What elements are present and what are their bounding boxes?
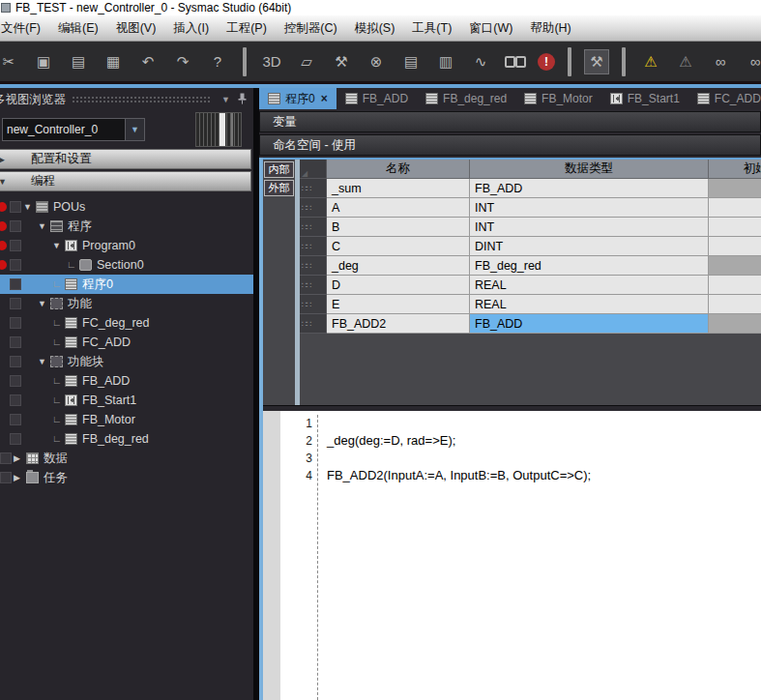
controller-select-arrow-icon[interactable]: ▼ bbox=[125, 119, 144, 140]
paste-icon[interactable]: ▤ bbox=[66, 49, 91, 74]
variable-name-cell[interactable]: D bbox=[327, 276, 470, 295]
menu-item-p[interactable]: 工程(P) bbox=[218, 16, 276, 41]
init-column-header[interactable]: 初始值 bbox=[709, 160, 761, 179]
menu-item-i[interactable]: 插入(I) bbox=[164, 16, 218, 41]
tab-FB_Motor[interactable]: FB_Motor bbox=[515, 88, 601, 109]
controller-select[interactable]: new_Controller_0 ▼ bbox=[2, 118, 145, 141]
abort-icon[interactable]: ! bbox=[538, 53, 555, 71]
check-program-icon[interactable]: ▤ bbox=[398, 49, 424, 74]
variable-name-cell[interactable]: B bbox=[327, 218, 470, 237]
variable-type-cell[interactable]: DINT bbox=[470, 237, 709, 256]
menu-item-e[interactable]: 编辑(E) bbox=[49, 16, 107, 41]
expand-open-icon[interactable]: ▼ bbox=[38, 352, 50, 371]
check-waveform-icon[interactable]: ∿ bbox=[468, 49, 493, 74]
variable-name-cell[interactable]: A bbox=[327, 198, 470, 218]
row-handle[interactable]: ∷∷ bbox=[300, 314, 327, 334]
delete-icon[interactable]: ▦ bbox=[101, 49, 126, 74]
row-handle[interactable]: ∷∷ bbox=[300, 295, 327, 314]
check-table-icon[interactable]: ▥ bbox=[433, 49, 458, 74]
tree-item-数据[interactable]: ▶数据 bbox=[0, 449, 253, 468]
menu-item-h[interactable]: 帮助(H) bbox=[521, 16, 579, 41]
row-handle[interactable]: ∷∷ bbox=[300, 218, 327, 237]
name-column-header[interactable]: 名称 bbox=[327, 160, 470, 179]
expand-open-icon[interactable]: ▼ bbox=[38, 217, 50, 236]
variable-init-cell[interactable] bbox=[709, 314, 761, 334]
type-column-header[interactable]: 数据类型 bbox=[470, 160, 709, 179]
row-handle[interactable]: ∷∷ bbox=[300, 179, 327, 198]
menu-item-w[interactable]: 窗口(W) bbox=[460, 16, 521, 41]
code-line[interactable] bbox=[327, 415, 761, 432]
variable-init-cell[interactable] bbox=[709, 237, 761, 256]
expand-open-icon[interactable]: ▼ bbox=[52, 236, 65, 255]
menu-item-v[interactable]: 视图(V) bbox=[107, 16, 165, 41]
tree-item-功能块[interactable]: ▼功能块 bbox=[0, 352, 253, 371]
variable-name-cell[interactable]: C bbox=[327, 237, 470, 256]
warning-disabled-icon[interactable]: ⚠ bbox=[673, 49, 698, 74]
variable-name-cell[interactable]: _deg bbox=[327, 256, 470, 276]
menu-item-t[interactable]: 工具(T) bbox=[403, 16, 460, 41]
menu-item-c[interactable]: 控制器(C) bbox=[276, 16, 346, 41]
tree-item-FC_deg_red[interactable]: ∟FC_deg_red bbox=[0, 313, 253, 333]
panel-menu-icon[interactable]: ▼ bbox=[221, 95, 230, 104]
variable-type-cell[interactable]: FB_deg_red bbox=[470, 256, 709, 276]
tree-item-FB_Start1[interactable]: ∟FB_Start1 bbox=[0, 391, 253, 410]
row-handle[interactable]: ∷∷ bbox=[300, 256, 327, 276]
row-handle[interactable]: ∷∷ bbox=[300, 198, 327, 218]
expand-open-icon[interactable]: ▼ bbox=[23, 197, 36, 217]
variable-name-cell[interactable]: E bbox=[327, 295, 470, 314]
tree-item-FB_ADD[interactable]: ∟FB_ADD bbox=[0, 371, 253, 391]
tree-item-FB_deg_red[interactable]: ∟FB_deg_red bbox=[0, 429, 253, 449]
variable-type-cell[interactable]: FB_ADD bbox=[470, 179, 709, 198]
tree-item-FB_Motor[interactable]: ∟FB_Motor bbox=[0, 410, 253, 429]
st-code-editor[interactable]: 1234 _deg(deg:=D, rad=>E);FB_ADD2(InputA… bbox=[263, 411, 761, 700]
expand-closed-icon[interactable]: ▶ bbox=[14, 468, 26, 487]
tree-item-任务[interactable]: ▶任务 bbox=[0, 468, 253, 487]
row-handle[interactable]: ∷∷ bbox=[300, 276, 327, 295]
tab-程序0[interactable]: 程序0× bbox=[259, 88, 337, 109]
3d-view-icon[interactable]: 3D bbox=[259, 49, 284, 74]
tree-item-功能[interactable]: ▼功能 bbox=[0, 294, 253, 313]
search-icon[interactable] bbox=[503, 49, 528, 74]
tree-item-Program0[interactable]: ▼Program0 bbox=[0, 236, 253, 255]
expand-open-icon[interactable]: ▼ bbox=[38, 294, 50, 313]
menu-item-s[interactable]: 模拟(S) bbox=[346, 16, 404, 41]
undo-icon[interactable]: ↶ bbox=[135, 49, 161, 74]
variable-type-cell[interactable]: REAL bbox=[470, 276, 709, 295]
rebuild-icon[interactable]: ⊗ bbox=[364, 49, 389, 74]
variable-name-cell[interactable]: FB_ADD2 bbox=[327, 314, 470, 334]
variable-init-cell[interactable] bbox=[709, 198, 761, 218]
tab-FB_deg_red[interactable]: FB_deg_red bbox=[417, 88, 515, 109]
variable-init-cell[interactable] bbox=[709, 295, 761, 314]
variable-type-cell[interactable]: FB_ADD bbox=[470, 314, 709, 334]
code-line[interactable]: FB_ADD2(InputA:=A, InputB:=B, OutputC=>C… bbox=[327, 467, 761, 484]
cut-icon[interactable]: ✂ bbox=[0, 49, 21, 74]
tree-item-FC_ADD[interactable]: ∟FC_ADD bbox=[0, 333, 253, 352]
scope-tab-内部[interactable]: 内部 bbox=[264, 161, 294, 178]
variables-bar[interactable]: 变量 bbox=[259, 111, 761, 132]
variable-type-cell[interactable]: REAL bbox=[470, 295, 709, 314]
code-line[interactable] bbox=[327, 450, 761, 467]
code-lines[interactable]: _deg(deg:=D, rad=>E);FB_ADD2(InputA:=A, … bbox=[317, 415, 761, 700]
tree-item-程序[interactable]: ▼程序 bbox=[0, 217, 253, 236]
variable-init-cell[interactable] bbox=[709, 256, 761, 276]
variable-name-cell[interactable]: _sum bbox=[327, 179, 470, 198]
warning-enabled-icon[interactable]: ⚠ bbox=[638, 49, 663, 74]
row-handle[interactable]: ∷∷ bbox=[300, 237, 327, 256]
tree-item-POUs[interactable]: ▼POUs bbox=[0, 197, 253, 217]
variable-type-cell[interactable]: INT bbox=[470, 218, 709, 237]
tab-close-icon[interactable]: × bbox=[321, 92, 328, 105]
tree-item-Section0[interactable]: ∟Section0 bbox=[0, 255, 253, 275]
tab-FB_ADD[interactable]: FB_ADD bbox=[337, 88, 417, 109]
section-programming[interactable]: ▼ 编程 bbox=[0, 171, 251, 191]
online-edit-icon[interactable]: ⚒ bbox=[584, 49, 609, 74]
redo-icon[interactable]: ↷ bbox=[170, 49, 195, 74]
scope-tab-外部[interactable]: 外部 bbox=[264, 180, 294, 196]
namespace-bar[interactable]: 命名空间 - 使用 bbox=[259, 134, 761, 156]
variable-init-cell[interactable] bbox=[709, 179, 761, 198]
help-icon[interactable]: ? bbox=[205, 49, 230, 74]
window-layout-icon[interactable]: ▱ bbox=[294, 49, 319, 74]
tab-FB_Start1[interactable]: FB_Start1 bbox=[601, 88, 688, 109]
section-configuration[interactable]: ▶ 配置和设置 bbox=[0, 149, 251, 169]
variable-init-cell[interactable] bbox=[709, 276, 761, 295]
tab-FC_ADD[interactable]: FC_ADD bbox=[688, 88, 761, 109]
